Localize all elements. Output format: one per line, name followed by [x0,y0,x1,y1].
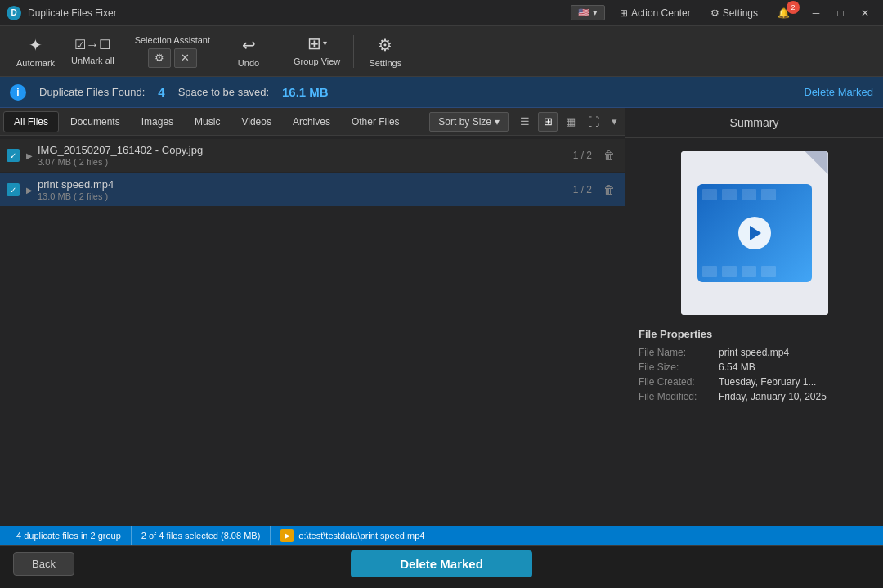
tab-images[interactable]: Images [132,111,183,132]
group-count-1: 1 / 2 [573,150,592,161]
sa-settings-button[interactable]: ⚙ [148,48,171,68]
separator-2 [217,35,217,68]
file-group-header-2[interactable]: ▶ print speed.mp4 13.0 MB ( 2 files ) 1 … [0,173,625,206]
file-preview [681,151,828,315]
status-file-icon: ▶ [280,529,294,542]
action-center-button[interactable]: ⊞ Action Center [615,6,696,20]
tab-documents[interactable]: Documents [61,111,130,132]
info-icon: i [10,84,26,101]
unmark-icon: ☑→☐ [74,37,110,52]
file-group-2: ▶ print speed.mp4 13.0 MB ( 2 files ) 1 … [0,173,625,206]
play-button [738,217,771,249]
maximize-button[interactable]: □ [829,4,852,22]
prop-label-modified: File Modified: [639,391,712,402]
file-groups-list: ▶ IMG_20150207_161402 - Copy.jpg 3.07 MB… [0,136,625,526]
group-delete-2[interactable]: 🗑 [600,181,618,199]
prop-row-filesize: File Size: 6.54 MB [639,361,870,373]
selection-assistant: Selection Assistant ⚙ ✕ [135,35,210,68]
status-segment-1: 4 duplicate files in 2 group [7,526,132,545]
group-filename-2: print speed.mp4 [38,178,573,191]
main-content: All Files Documents Images Music Videos … [0,108,883,526]
space-label: Space to be saved: [178,86,269,98]
duplicate-count: 4 [158,85,164,99]
film-cell [742,189,756,200]
group-checkbox-2[interactable] [7,183,20,196]
selection-assistant-icons: ⚙ ✕ [148,48,197,68]
toolbar-settings-button[interactable]: ⚙ Settings [361,30,410,73]
tab-music[interactable]: Music [185,111,230,132]
sort-button[interactable]: Sort by Size ▾ [429,112,509,132]
space-size: 16.1 MB [282,85,329,99]
tab-other-files[interactable]: Other Files [342,111,410,132]
sort-chevron: ▾ [495,116,500,128]
app-title: Duplicate Files Fixer [28,7,117,19]
tab-videos[interactable]: Videos [231,111,280,132]
summary-panel: Summary [625,108,883,526]
app-icon: D [7,6,21,20]
back-button[interactable]: Back [13,552,74,576]
prop-label-filename: File Name: [639,347,712,358]
group-checkbox-1[interactable] [7,149,20,162]
automark-button[interactable]: ✦ Automark [10,30,61,73]
close-button[interactable]: ✕ [854,4,876,22]
file-group-1: ▶ IMG_20150207_161402 - Copy.jpg 3.07 MB… [0,139,625,172]
gear-icon: ⚙ [710,7,719,19]
expand-button[interactable]: ⛶ [584,112,603,132]
title-bar-left: D Duplicate Files Fixer [7,6,571,20]
sa-clear-button[interactable]: ✕ [174,48,197,68]
tab-all-files[interactable]: All Files [3,111,59,132]
prop-row-filename: File Name: print speed.mp4 [639,347,870,358]
summary-title: Summary [625,108,883,138]
window-controls: ─ □ ✕ [805,4,876,22]
status-segment-2: 2 of 4 files selected (8.08 MB) [132,526,271,545]
grid-view-button[interactable]: ⊞ [538,112,558,132]
file-list-panel: All Files Documents Images Music Videos … [0,108,625,526]
notification-count: 2 [787,1,800,14]
undo-button[interactable]: ↩ Undo [224,30,273,73]
tab-archives[interactable]: Archives [283,111,340,132]
separator-4 [353,35,354,68]
group-delete-1[interactable]: 🗑 [600,146,618,164]
film-cell [761,189,776,200]
prop-value-created: Tuesday, February 1... [719,376,816,388]
group-meta-1: 3.07 MB ( 2 files ) [38,157,573,167]
grid-icon: ⊞ [620,7,628,19]
prop-row-created: File Created: Tuesday, February 1... [639,376,870,388]
gallery-view-button[interactable]: ▦ [561,112,580,132]
minimize-button[interactable]: ─ [805,4,827,22]
settings-button[interactable]: ⚙ Settings [706,6,763,20]
flag-icon: 🇺🇸 [578,7,589,18]
film-cell [722,266,737,277]
separator-3 [280,35,280,68]
delete-marked-infobar-button[interactable]: Delete Marked [804,86,873,98]
status-segment-3: ▶ e:\test\testdata\print speed.mp4 [271,526,434,545]
file-preview-bg [681,151,828,315]
delete-marked-main-button[interactable]: Delete Marked [351,550,532,577]
play-triangle [750,226,761,240]
prop-value-modified: Friday, January 10, 2025 [719,391,827,402]
title-bar: D Duplicate Files Fixer 🇺🇸 ▾ ⊞ Action Ce… [0,0,883,26]
undo-icon: ↩ [242,35,256,55]
file-group-header-1[interactable]: ▶ IMG_20150207_161402 - Copy.jpg 3.07 MB… [0,139,625,172]
status-bar: 4 duplicate files in 2 group 2 of 4 file… [0,526,883,545]
group-count-2: 1 / 2 [573,184,592,195]
duplicate-label: Duplicate Files Found: [39,86,145,98]
prop-value-filesize: 6.54 MB [719,361,755,373]
file-properties-title: File Properties [639,328,870,340]
flag-button[interactable]: 🇺🇸 ▾ [571,5,605,20]
expand-arrow-2[interactable]: ▶ [26,186,33,195]
file-properties: File Properties File Name: print speed.m… [625,328,883,406]
group-view-button[interactable]: ⊞ ▾ Group View [287,30,347,73]
film-cell [742,266,756,277]
group-info-1: IMG_20150207_161402 - Copy.jpg 3.07 MB (… [38,144,573,167]
list-view-button[interactable]: ☰ [515,112,535,132]
group-view-inner: ⊞ ▾ [307,34,327,53]
more-options-button[interactable]: ▾ [607,112,621,132]
film-cell [702,266,717,277]
prop-row-modified: File Modified: Friday, January 10, 2025 [639,391,870,402]
view-icons: ☰ ⊞ ▦ ⛶ ▾ [515,112,621,132]
expand-arrow-1[interactable]: ▶ [26,151,33,160]
group-view-chevron: ▾ [323,38,327,47]
unmark-all-button[interactable]: ☑→☐ UnMark all [65,30,121,73]
notification-badge: 🔔 2 [773,6,795,20]
